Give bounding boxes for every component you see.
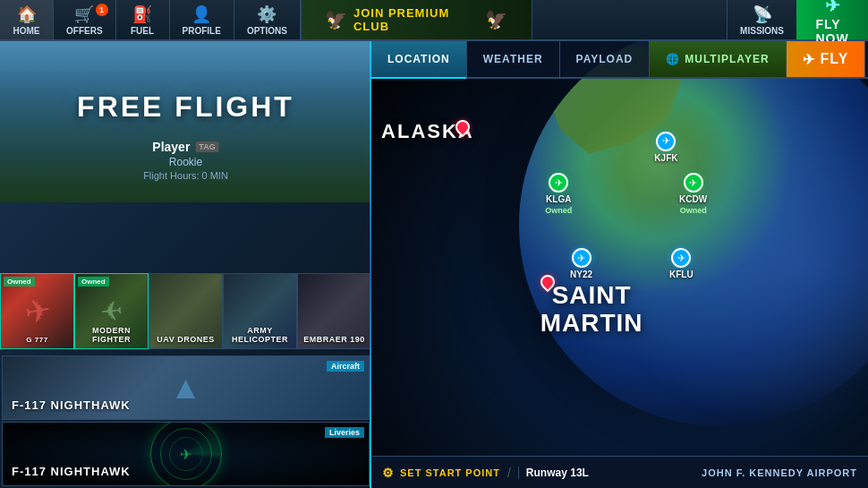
tab-weather[interactable]: WEATHER — [467, 41, 560, 77]
divider: / — [507, 466, 511, 480]
profile-icon: 👤 — [191, 4, 211, 24]
nav-offers[interactable]: 🛒 OFFERS 1 — [54, 0, 116, 39]
airport-kflu[interactable]: ✈ KFLU — [669, 248, 694, 279]
kjfk-icon: ✈ — [656, 132, 676, 151]
options-icon: ⚙️ — [257, 4, 277, 24]
player-name-row: Player TAG — [143, 140, 228, 154]
klga-label: KLGA — [546, 194, 571, 204]
aircraft-card-heli[interactable]: ARMY HELICOPTER — [223, 273, 297, 349]
bottom-cards: Aircraft F-117 NIGHTHAWK ▲ Liveries ✈ F-… — [0, 354, 371, 488]
tab-bar: LOCATION WEATHER PAYLOAD 🌐 MULTIPLAYER ✈… — [371, 41, 868, 79]
nighthawk-aircraft-label: F-117 NIGHTHAWK — [12, 398, 131, 412]
kcdw-icon: ✈ — [684, 173, 703, 193]
main-content: FREE FLIGHT Player TAG Rookie Flight Hou… — [0, 41, 868, 488]
runway-label: Runway 13L — [518, 467, 589, 479]
radar-plane-icon: ✈ — [180, 446, 191, 463]
airport-klga[interactable]: ✈ KLGA Owned — [545, 173, 572, 215]
gear-icon: ⚙ — [382, 466, 395, 480]
tab-payload-label: PAYLOAD — [576, 53, 634, 65]
nav-fuel-label: FUEL — [131, 26, 154, 36]
ny22-icon: ✈ — [572, 248, 591, 268]
nav-premium-club[interactable]: 🦅 JOIN PREMIUM CLUB 🦅 — [301, 0, 532, 39]
fly-plane-icon: ✈ — [825, 0, 840, 16]
uav-label: UAV DRONES — [149, 335, 222, 344]
nav-missions-label: MISSIONS — [740, 26, 784, 36]
wing-left-icon: 🦅 — [325, 9, 348, 30]
nav-offers-label: OFFERS — [66, 26, 103, 36]
nav-missions[interactable]: 📡 MISSIONS — [727, 0, 796, 39]
kcdw-label: KCDW — [679, 194, 707, 204]
boeing-label: G 777 — [1, 336, 73, 344]
map-overlay: ALASKA ✈ KJFK ✈ KLGA Owned ✈ KCDW Owned — [371, 79, 868, 456]
nav-home[interactable]: 🏠 HOME — [0, 0, 54, 39]
embraer-label: EMBRAER 190 — [298, 335, 370, 344]
bottom-card-aircraft[interactable]: Aircraft F-117 NIGHTHAWK ▲ — [2, 355, 370, 420]
kflu-icon: ✈ — [671, 248, 691, 268]
set-start-point-button[interactable]: ⚙ SET START POINT — [382, 466, 500, 480]
premium-label: JOIN PREMIUM CLUB — [353, 6, 480, 33]
tab-location[interactable]: LOCATION — [371, 41, 467, 77]
aircraft-card-embraer[interactable]: EMBRAER 190 — [297, 273, 371, 349]
tab-payload[interactable]: PAYLOAD — [560, 41, 651, 77]
left-panel: FREE FLIGHT Player TAG Rookie Flight Hou… — [0, 41, 371, 488]
nav-options[interactable]: ⚙️ OPTIONS — [234, 0, 301, 39]
aircraft-row: Owned G 777 Owned MODERN FIGHTER UAV DRO… — [0, 273, 371, 349]
fighter-owned-badge: Owned — [78, 277, 109, 287]
offers-icon: 🛒 — [74, 4, 94, 24]
airport-full-name: JOHN F. KENNEDY AIRPORT — [702, 467, 857, 478]
klga-icon: ✈ — [549, 173, 568, 193]
right-panel: LOCATION WEATHER PAYLOAD 🌐 MULTIPLAYER ✈… — [371, 41, 868, 488]
fuel-icon: ⛽ — [132, 4, 152, 24]
aircraft-card-uav[interactable]: UAV DRONES — [149, 273, 223, 349]
boeing-owned-badge: Owned — [4, 277, 35, 287]
kflu-label: KFLU — [669, 270, 694, 279]
heli-label: ARMY HELICOPTER — [224, 326, 296, 344]
nighthawk-livery-label: F-117 NIGHTHAWK — [12, 465, 131, 478]
alaska-pin — [455, 120, 470, 134]
fly-tab-icon: ✈ — [803, 51, 815, 68]
tab-multiplayer-label: MULTIPLAYER — [685, 53, 769, 65]
tab-fly-label: FLY — [821, 51, 849, 67]
player-hours: Flight Hours: 0 MIN — [143, 170, 228, 181]
airport-kcdw[interactable]: ✈ KCDW Owned — [679, 173, 707, 215]
nav-options-label: OPTIONS — [247, 26, 287, 36]
nav-fly-now[interactable]: ✈ FLYNOW — [796, 0, 868, 39]
nav-profile[interactable]: 👤 PROFILE — [170, 0, 234, 39]
bottom-card-livery[interactable]: Liveries ✈ F-117 NIGHTHAWK — [2, 422, 370, 486]
set-start-point-label: SET START POINT — [400, 467, 500, 478]
nav-fuel[interactable]: ⛽ FUEL — [116, 0, 170, 39]
nav-spacer — [532, 0, 727, 39]
tab-weather-label: WEATHER — [483, 53, 543, 65]
saint-martin-label: SAINTMARTIN — [540, 282, 643, 338]
alaska-pin-head — [453, 117, 473, 138]
tab-location-label: LOCATION — [387, 53, 450, 65]
top-navigation: 🏠 HOME 🛒 OFFERS 1 ⛽ FUEL 👤 PROFILE ⚙️ OP… — [0, 0, 868, 41]
wing-right-icon: 🦅 — [485, 9, 508, 30]
multiplayer-icon: 🌐 — [666, 53, 680, 65]
fighter-label: MODERN FIGHTER — [75, 326, 148, 344]
aircraft-category-badge: Aircraft — [327, 361, 364, 372]
kcdw-owned: Owned — [680, 206, 707, 215]
airport-kjfk[interactable]: ✈ KJFK — [654, 132, 677, 163]
offers-badge: 1 — [96, 4, 108, 16]
tab-fly[interactable]: ✈ FLY — [787, 41, 866, 77]
player-name: Player — [152, 140, 190, 154]
airport-ny22[interactable]: ✈ NY22 — [570, 248, 592, 279]
player-info: Player TAG Rookie Flight Hours: 0 MIN — [143, 140, 228, 181]
radar-circle: ✈ — [150, 422, 222, 486]
home-icon: 🏠 — [17, 4, 37, 24]
tab-multiplayer[interactable]: 🌐 MULTIPLAYER — [650, 41, 786, 77]
radar-sweep — [151, 422, 221, 486]
stealth-silhouette: ▲ — [170, 369, 202, 407]
aircraft-card-boeing[interactable]: Owned G 777 — [0, 273, 74, 349]
aircraft-card-fighter[interactable]: Owned MODERN FIGHTER — [74, 273, 149, 349]
ny22-label: NY22 — [570, 270, 592, 279]
klga-owned: Owned — [545, 206, 572, 215]
player-rank: Rookie — [143, 156, 228, 168]
free-flight-title: FREE FLIGHT — [77, 90, 294, 124]
player-tag: TAG — [195, 141, 218, 152]
missions-icon: 📡 — [753, 4, 772, 24]
kjfk-label: KJFK — [654, 153, 677, 163]
nav-profile-label: PROFILE — [183, 26, 221, 36]
bottom-bar: ⚙ SET START POINT / Runway 13L JOHN F. K… — [371, 456, 868, 488]
